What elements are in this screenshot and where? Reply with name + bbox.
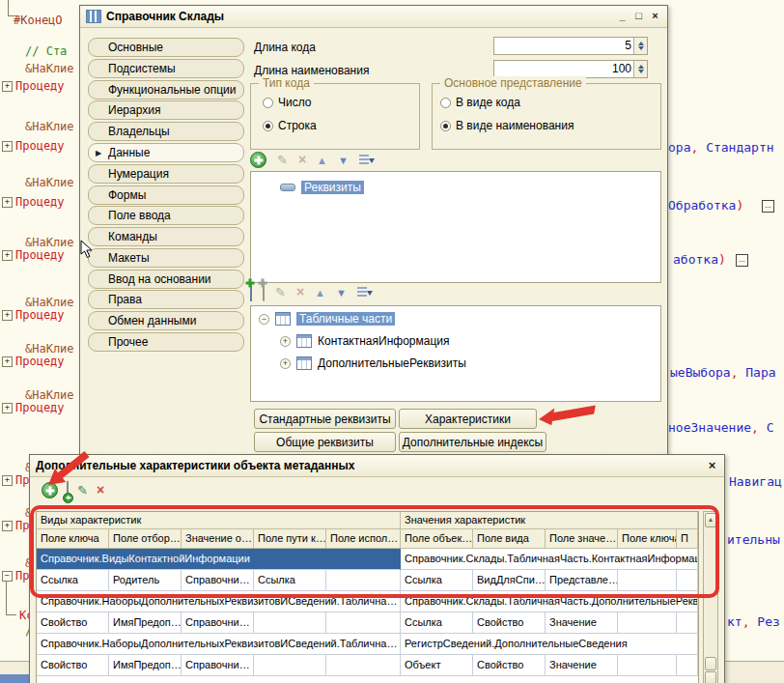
table-cell[interactable]	[326, 655, 401, 676]
tab-dannye[interactable]: ▶Данные	[88, 143, 244, 162]
table-cell[interactable]	[254, 655, 326, 676]
attributes-tree[interactable]: Реквизиты	[250, 171, 661, 283]
sort-list-icon[interactable]	[357, 287, 367, 299]
spinner-up-button[interactable]	[634, 38, 647, 46]
tab-prava[interactable]: Права	[88, 290, 244, 309]
table-cell[interactable]: Значение	[546, 612, 618, 634]
scrollbar-thumb[interactable]	[705, 657, 716, 670]
collapsed-code-icon[interactable]: ...	[736, 254, 748, 267]
code-length-input[interactable]: 5	[493, 37, 648, 55]
spinner-up-button[interactable]	[634, 61, 647, 70]
tree-item-rekvizity[interactable]: Реквизиты	[301, 181, 364, 194]
radio-chislo[interactable]	[263, 98, 273, 108]
radio-v-vide-koda[interactable]	[440, 98, 451, 108]
additional-indexes-button[interactable]: Дополнительные индексы	[399, 432, 546, 452]
move-up-icon[interactable]: ▲	[317, 155, 327, 166]
fold-plus-icon[interactable]: +	[2, 197, 13, 208]
table-cell[interactable]	[326, 612, 401, 634]
add-attribute-icon[interactable]	[263, 284, 265, 301]
tab-podsistemy[interactable]: Подсистемы	[88, 59, 244, 78]
tab-funkcionalnye-opcii[interactable]: Функциональные опции	[88, 80, 244, 100]
tree-item-tablichnye-chasti[interactable]: Табличные части	[296, 312, 395, 326]
tab-obmen-dannymi[interactable]: Обмен данными	[88, 311, 244, 330]
move-down-icon[interactable]: ▼	[336, 287, 347, 299]
table-cell[interactable]: Свойство	[37, 612, 109, 634]
fold-plus-icon[interactable]: +	[2, 310, 13, 321]
tab-vvod-na-osnovanii[interactable]: Ввод на основании	[88, 270, 244, 289]
spinner-down-button[interactable]	[634, 70, 647, 78]
scrollbar-down-button[interactable]	[705, 671, 716, 683]
table-cell[interactable]: Свойство	[473, 655, 546, 676]
table-row[interactable]: Свойство ИмяПредоп… Справочни… Объект Св…	[37, 655, 698, 676]
table-cell[interactable]: Справочник.НаборыДополнительныхРеквизито…	[37, 634, 401, 655]
code-line: ноеЗначение, С	[668, 420, 774, 435]
annotation-arrow-add-button	[42, 446, 93, 491]
radio-v-vide-naimenovaniya[interactable]	[440, 121, 451, 131]
table-cell[interactable]	[618, 655, 677, 676]
fold-plus-icon[interactable]: +	[2, 403, 13, 413]
tree-item-dopolnitelnye-rekvizity[interactable]: ДополнительныеРеквизиты	[318, 356, 466, 370]
tab-komandy[interactable]: Команды	[88, 227, 244, 246]
table-cell[interactable]: Значение	[546, 655, 618, 676]
fold-plus-icon[interactable]: +	[2, 141, 13, 152]
table-cell[interactable]: ИмяПредоп…	[109, 612, 182, 634]
code-line: Процеду	[15, 308, 65, 322]
close-button[interactable]: ×	[649, 11, 661, 23]
tab-osnovnye[interactable]: Основные	[88, 38, 244, 57]
fold-minus-icon[interactable]: −	[2, 571, 13, 582]
code-line: Процеду	[15, 355, 65, 368]
tab-makety[interactable]: Макеты	[88, 248, 244, 268]
tab-ierarhiya[interactable]: Иерархия	[88, 100, 244, 120]
table-cell[interactable]: Свойство	[473, 612, 546, 634]
delete-icon[interactable]: ×	[298, 153, 306, 167]
move-up-icon[interactable]: ▲	[315, 287, 325, 299]
close-button[interactable]: ×	[706, 460, 718, 472]
edit-icon[interactable]: ✎	[275, 285, 286, 299]
delete-icon[interactable]: ×	[296, 285, 304, 299]
standard-attributes-button[interactable]: Стандартные реквизиты	[254, 409, 396, 429]
fold-plus-icon[interactable]: +	[2, 81, 13, 92]
window-titlebar[interactable]: Справочник Склады _ □ ×	[80, 6, 667, 28]
tree-item-kontaktnaya-informaciya[interactable]: КонтактнаяИнформация	[318, 334, 449, 348]
table-cell[interactable]: Ссылка	[401, 612, 473, 634]
table-cell[interactable]: ИмяПредоп…	[109, 655, 182, 676]
table-row[interactable]: Справочник.НаборыДополнительныхРеквизито…	[37, 634, 698, 655]
table-row[interactable]: Свойство ИмяПредоп… Справочни… Ссылка Св…	[37, 612, 698, 634]
delete-icon[interactable]: ×	[97, 483, 104, 498]
radio-stroka[interactable]	[263, 121, 273, 131]
expand-icon[interactable]: +	[280, 336, 291, 347]
tab-pole-vvoda[interactable]: Поле ввода	[88, 206, 244, 225]
expand-icon[interactable]: +	[280, 358, 291, 369]
table-cell[interactable]	[254, 612, 326, 634]
move-down-icon[interactable]: ▼	[338, 155, 349, 166]
edit-icon[interactable]: ✎	[277, 153, 288, 167]
maximize-button[interactable]: □	[632, 11, 645, 23]
characteristics-button[interactable]: Характеристики	[399, 409, 537, 429]
minimize-button[interactable]: _	[616, 11, 629, 23]
table-cell[interactable]: Объект	[401, 655, 473, 676]
fold-plus-icon[interactable]: +	[2, 250, 13, 261]
table-cell[interactable]	[677, 612, 698, 634]
sort-list-icon[interactable]	[359, 155, 369, 166]
table-cell[interactable]	[677, 655, 698, 676]
add-tabular-section-icon[interactable]	[250, 284, 252, 301]
tab-formy[interactable]: Формы	[88, 185, 244, 205]
tab-vladelcy[interactable]: Владельцы	[88, 122, 244, 141]
table-cell[interactable]: Справочни…	[182, 612, 254, 634]
common-attributes-button[interactable]: Общие реквизиты	[254, 432, 396, 452]
tabular-sections-tree[interactable]: − Табличные части + КонтактнаяИнформация…	[250, 305, 661, 402]
fold-plus-icon[interactable]: +	[2, 475, 13, 486]
collapse-icon[interactable]: −	[259, 314, 269, 325]
dialog-titlebar[interactable]: Дополнительные характеристики объекта ме…	[30, 455, 724, 477]
tab-prochee[interactable]: Прочее	[88, 332, 244, 352]
spinner-down-button[interactable]	[634, 46, 647, 55]
table-cell[interactable]: Свойство	[37, 655, 109, 676]
collapsed-code-icon[interactable]: ...	[762, 200, 774, 213]
table-cell[interactable]	[618, 612, 677, 634]
table-cell[interactable]: РегистрСведений.ДополнительныеСведения	[401, 634, 698, 655]
fold-plus-icon[interactable]: +	[2, 356, 13, 367]
tab-numeraciya[interactable]: Нумерация	[88, 164, 244, 184]
fold-plus-icon[interactable]: +	[2, 521, 13, 531]
add-icon[interactable]	[250, 152, 266, 168]
table-cell[interactable]: Справочни…	[182, 655, 254, 676]
